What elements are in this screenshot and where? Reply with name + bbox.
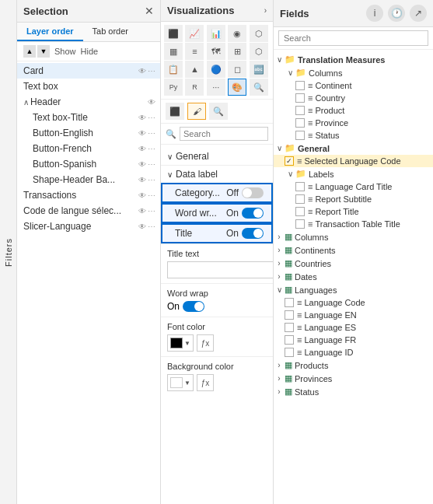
- tree-item[interactable]: ≡ Language EN: [274, 309, 433, 321]
- viz-icon-shape[interactable]: ◻: [228, 61, 246, 78]
- info-button[interactable]: i: [366, 5, 383, 22]
- category-toggle[interactable]: Off: [226, 187, 264, 198]
- tree-checkbox[interactable]: [285, 335, 294, 345]
- more-icon[interactable]: ⋯: [148, 160, 155, 169]
- hide-button[interactable]: Hide: [81, 47, 99, 56]
- tree-checkbox[interactable]: [295, 93, 305, 103]
- tree-item[interactable]: › ▦ Products: [274, 359, 433, 372]
- viz-icon-analytics[interactable]: 🔍: [250, 79, 268, 96]
- viz-icon-bar[interactable]: ⬛: [164, 25, 183, 42]
- tree-checkbox[interactable]: [285, 298, 294, 307]
- more-icon[interactable]: ⋯: [148, 129, 155, 138]
- tree-checkbox[interactable]: [295, 118, 305, 128]
- tree-checkbox[interactable]: [295, 194, 305, 204]
- word-wrap-toggle-track[interactable]: [183, 301, 204, 312]
- eye-icon[interactable]: 👁: [138, 160, 146, 169]
- list-item[interactable]: Code de langue sélec... 👁 ⋯: [17, 203, 160, 219]
- tree-item[interactable]: ≡ Report Subtitle: [274, 193, 433, 205]
- tree-checkbox[interactable]: [285, 310, 294, 320]
- tree-item[interactable]: ≡ Language FR: [274, 334, 433, 346]
- share-button[interactable]: ↗: [410, 5, 427, 22]
- tree-item[interactable]: ∨ 📁 Translation Measures: [274, 53, 433, 66]
- tree-item[interactable]: › ▦ Continents: [274, 243, 433, 257]
- viz-icon-kpi[interactable]: ▲: [185, 61, 204, 78]
- tree-checkbox[interactable]: [295, 182, 305, 191]
- viz-icon-matrix[interactable]: ⬡: [250, 43, 268, 60]
- move-up-button[interactable]: ▲: [23, 45, 36, 58]
- viz-icon-funnel[interactable]: ≡: [185, 43, 204, 60]
- word-wrap-toggle[interactable]: On: [167, 301, 267, 312]
- tree-item[interactable]: ≡ Report Title: [274, 205, 433, 218]
- eye-icon[interactable]: 👁: [138, 145, 146, 153]
- list-item[interactable]: Shape-Header Ba... 👁 ⋯: [17, 172, 160, 187]
- font-color-fx-button[interactable]: ƒx: [197, 334, 214, 352]
- more-icon[interactable]: ⋯: [148, 207, 155, 215]
- selection-close-button[interactable]: ✕: [145, 5, 154, 17]
- tree-item[interactable]: ≡ Status: [274, 129, 433, 142]
- viz-icon-map[interactable]: 🗺: [207, 43, 225, 60]
- tree-item[interactable]: ≡ Country: [274, 92, 433, 104]
- tree-item[interactable]: ≡ Transaction Table Title: [274, 218, 433, 230]
- eye-icon[interactable]: 👁: [138, 129, 146, 138]
- list-item[interactable]: ∧ Header 👁: [17, 94, 160, 110]
- viz-icon-card[interactable]: 📋: [164, 61, 183, 78]
- viz-icon-table[interactable]: ⊞: [228, 43, 246, 60]
- viz-icon-line[interactable]: 📈: [185, 25, 204, 42]
- viz-icon-python[interactable]: Py: [164, 79, 183, 96]
- viz-icon-slicer[interactable]: 🔵: [207, 61, 225, 78]
- tree-item[interactable]: › ▦ Columns: [274, 230, 433, 243]
- history-button[interactable]: 🕐: [388, 5, 405, 22]
- tab-layer-order[interactable]: Layer order: [17, 23, 83, 41]
- tree-checkbox[interactable]: [295, 81, 305, 90]
- wordwrap-toggle-track[interactable]: [242, 208, 264, 219]
- list-item[interactable]: Card 👁 ⋯: [17, 63, 160, 79]
- viz-icon-r[interactable]: R: [185, 79, 204, 96]
- viz-icon-textbox[interactable]: 🔤: [250, 61, 268, 78]
- wordwrap-toggle[interactable]: On: [226, 208, 264, 219]
- tree-item[interactable]: ∨ 📁 Labels: [274, 167, 433, 180]
- eye-icon[interactable]: 👁: [138, 222, 146, 231]
- format-paint-icon[interactable]: 🖌: [187, 103, 206, 120]
- list-item[interactable]: Text box-Title 👁 ⋯: [17, 110, 160, 125]
- tree-item[interactable]: ✓ ≡ Selected Language Code: [274, 155, 433, 167]
- category-toggle-track[interactable]: [242, 187, 264, 198]
- font-color-swatch-button[interactable]: ▼: [167, 334, 194, 352]
- tree-checkbox[interactable]: [295, 106, 305, 115]
- format-analytics2-icon[interactable]: 🔍: [209, 103, 228, 120]
- tree-checkbox[interactable]: ✓: [285, 156, 294, 166]
- tree-item[interactable]: › ▦ Status: [274, 385, 433, 398]
- viz-icon-treemap[interactable]: ▦: [164, 43, 183, 60]
- tree-item[interactable]: › ▦ Provinces: [274, 372, 433, 385]
- list-item[interactable]: Button-French 👁 ⋯: [17, 141, 160, 156]
- tree-item[interactable]: ≡ Product: [274, 104, 433, 117]
- tree-item[interactable]: › ▦ Countries: [274, 257, 433, 270]
- more-icon[interactable]: ⋯: [148, 176, 155, 184]
- tree-item[interactable]: › ▦ Dates: [274, 270, 433, 283]
- list-item[interactable]: Button-Spanish 👁 ⋯: [17, 156, 160, 172]
- tree-item[interactable]: ∨ 📁 Columns: [274, 66, 433, 79]
- viz-icon-more[interactable]: ···: [207, 79, 225, 96]
- more-icon[interactable]: ⋯: [148, 114, 155, 122]
- title-toggle-track[interactable]: [242, 228, 264, 239]
- tree-checkbox[interactable]: [295, 219, 305, 229]
- eye-icon[interactable]: 👁: [138, 176, 146, 184]
- list-item[interactable]: Text box: [17, 79, 160, 94]
- eye-icon[interactable]: 👁: [148, 98, 155, 107]
- more-icon[interactable]: ⋯: [148, 222, 155, 231]
- bg-color-swatch-button[interactable]: ▼: [167, 374, 194, 391]
- eye-icon[interactable]: 👁: [138, 207, 146, 215]
- list-item[interactable]: Button-English 👁 ⋯: [17, 125, 160, 141]
- fields-search-input[interactable]: [278, 30, 428, 46]
- list-item[interactable]: Slicer-Language 👁 ⋯: [17, 219, 160, 234]
- tab-tab-order[interactable]: Tab order: [83, 23, 138, 41]
- tree-item[interactable]: ∨ 📁 General: [274, 142, 433, 155]
- move-down-button[interactable]: ▼: [37, 45, 50, 58]
- tree-checkbox[interactable]: [285, 348, 294, 357]
- tree-checkbox[interactable]: [285, 323, 294, 332]
- more-icon[interactable]: ⋯: [148, 67, 155, 75]
- viz-icon-format[interactable]: 🎨: [228, 79, 246, 96]
- tree-item[interactable]: ≡ Province: [274, 117, 433, 129]
- eye-icon[interactable]: 👁: [138, 191, 146, 200]
- tree-item[interactable]: ≡ Language Code: [274, 296, 433, 309]
- title-toggle[interactable]: On: [226, 228, 264, 239]
